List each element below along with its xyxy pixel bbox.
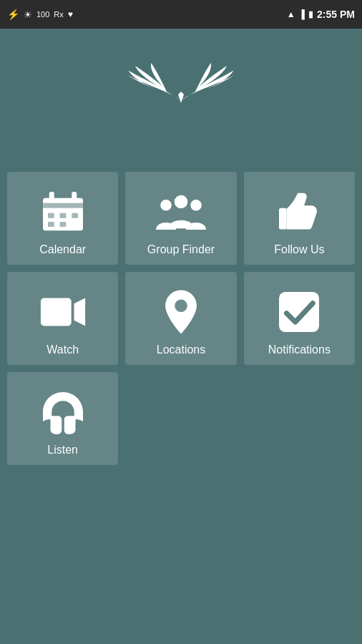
brightness-icon: ☀ xyxy=(24,9,32,20)
group-finder-icon xyxy=(156,187,206,237)
svg-rect-6 xyxy=(72,213,78,218)
thumbs-up-icon xyxy=(274,187,324,237)
app-logo xyxy=(124,57,238,114)
svg-point-10 xyxy=(160,200,172,211)
main-grid: Calendar Group Finder Fol xyxy=(0,172,362,465)
follow-us-icon-area xyxy=(244,186,355,238)
group-finder-icon-area xyxy=(125,186,236,238)
headphones-icon xyxy=(38,387,88,437)
svg-rect-1 xyxy=(43,203,83,208)
watch-icon-area xyxy=(7,286,118,338)
svg-point-15 xyxy=(175,300,187,313)
battery-icon: ▮ xyxy=(308,9,313,19)
locations-icon-area xyxy=(125,286,236,338)
calendar-button[interactable]: Calendar xyxy=(7,172,118,265)
svg-rect-5 xyxy=(59,213,66,218)
wifi-icon: ▲ xyxy=(287,9,295,19)
listen-icon-area xyxy=(7,386,118,438)
svg-rect-8 xyxy=(59,222,66,227)
follow-us-button[interactable]: Follow Us xyxy=(244,172,355,265)
svg-rect-7 xyxy=(48,222,54,227)
usb-icon: ⚡ xyxy=(7,9,19,20)
status-bar: ⚡ ☀ 100 Rx ♥ ▲ ▐ ▮ 2:55 PM xyxy=(0,0,362,29)
heart-icon: ♥ xyxy=(68,9,73,19)
checkbox-check-icon xyxy=(274,287,324,337)
svg-point-9 xyxy=(175,195,188,209)
notifications-icon-area xyxy=(244,286,355,338)
watch-label: Watch xyxy=(47,343,79,356)
calendar-label: Calendar xyxy=(39,243,86,256)
follow-us-label: Follow Us xyxy=(274,243,324,256)
svg-rect-4 xyxy=(48,213,54,218)
notifications-button[interactable]: Notifications xyxy=(244,272,355,365)
group-finder-button[interactable]: Group Finder xyxy=(125,172,236,265)
watch-button[interactable]: Watch xyxy=(7,272,118,365)
calendar-icon-area xyxy=(7,186,118,238)
svg-marker-14 xyxy=(74,298,85,326)
svg-rect-3 xyxy=(72,192,77,202)
svg-point-11 xyxy=(190,200,202,211)
logo-area xyxy=(0,29,362,172)
svg-rect-13 xyxy=(41,298,72,326)
svg-rect-2 xyxy=(49,192,54,202)
notifications-label: Notifications xyxy=(268,343,331,356)
locations-label: Locations xyxy=(157,343,206,356)
group-finder-label: Group Finder xyxy=(147,243,215,256)
listen-label: Listen xyxy=(47,444,78,457)
time-display: 2:55 PM xyxy=(317,9,355,20)
location-pin-icon xyxy=(156,287,206,337)
status-left-icons: ⚡ ☀ 100 Rx ♥ xyxy=(7,9,73,20)
video-camera-icon xyxy=(38,287,88,337)
battery-percent-icon: 100 xyxy=(36,10,49,19)
locations-button[interactable]: Locations xyxy=(125,272,236,365)
svg-rect-12 xyxy=(279,208,287,230)
signal-icon: ▐ xyxy=(299,9,305,19)
calendar-icon xyxy=(38,187,88,237)
status-right-icons: ▲ ▐ ▮ 2:55 PM xyxy=(287,9,355,20)
rx-icon: Rx xyxy=(54,10,63,19)
listen-button[interactable]: Listen xyxy=(7,372,118,465)
